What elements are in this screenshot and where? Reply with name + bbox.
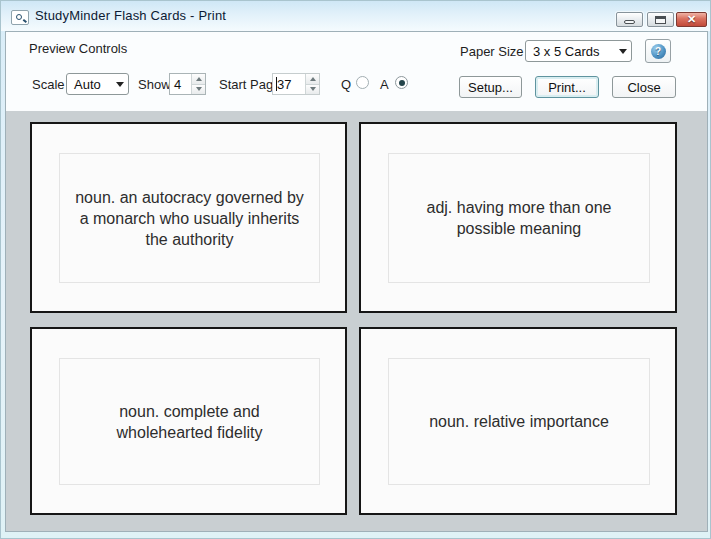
- scale-value: Auto: [74, 77, 112, 92]
- start-page-value: 37: [273, 74, 305, 94]
- spin-up-icon[interactable]: [306, 74, 319, 84]
- spin-down-icon[interactable]: [306, 84, 319, 95]
- minimize-icon: [624, 20, 635, 24]
- question-radio[interactable]: [356, 76, 369, 89]
- start-page-stepper[interactable]: 37: [272, 73, 320, 95]
- paper-size-dropdown[interactable]: 3 x 5 Cards: [525, 40, 632, 62]
- flash-card-text: noun. complete and wholehearted fidelity: [109, 401, 271, 443]
- flash-card: adj. having more than one possible meani…: [359, 122, 677, 313]
- close-button[interactable]: Close: [612, 76, 676, 98]
- help-icon: ?: [651, 44, 666, 59]
- dialog-content: Preview Controls Scale Auto Show 4 Start…: [5, 31, 708, 532]
- close-icon: ✕: [687, 14, 696, 25]
- preview-controls-panel: Preview Controls Scale Auto Show 4 Start…: [6, 32, 707, 111]
- chevron-down-icon: [116, 82, 124, 87]
- show-stepper[interactable]: 4: [169, 73, 206, 95]
- magnifier-icon: [11, 10, 29, 25]
- setup-button[interactable]: Setup...: [459, 76, 522, 98]
- answer-radio-label: A: [380, 77, 389, 92]
- spin-down-icon[interactable]: [192, 84, 205, 95]
- flash-card: noun. an autocracy governed by a monarch…: [30, 122, 347, 313]
- spin-up-icon[interactable]: [192, 74, 205, 84]
- print-preview-area: noun. an autocracy governed by a monarch…: [6, 111, 707, 531]
- minimize-button[interactable]: [616, 12, 643, 27]
- window-title: StudyMinder Flash Cards - Print: [35, 8, 226, 23]
- preview-controls-label: Preview Controls: [29, 41, 127, 56]
- flash-card-text: adj. having more than one possible meani…: [418, 197, 619, 239]
- flash-card: noun. complete and wholehearted fidelity: [30, 327, 347, 515]
- paper-size-label: Paper Size: [460, 44, 524, 59]
- show-value: 4: [170, 74, 191, 94]
- scale-label: Scale: [32, 77, 65, 92]
- title-bar: StudyMinder Flash Cards - Print ✕: [1, 1, 710, 31]
- app-window: StudyMinder Flash Cards - Print ✕ Previe…: [0, 0, 711, 539]
- flash-card-text: noun. relative importance: [421, 411, 617, 432]
- flash-card: noun. relative importance: [359, 327, 677, 515]
- paper-size-value: 3 x 5 Cards: [533, 44, 615, 59]
- scale-dropdown[interactable]: Auto: [66, 73, 129, 95]
- maximize-icon: [655, 16, 666, 24]
- answer-radio[interactable]: [395, 76, 408, 89]
- help-button[interactable]: ?: [645, 39, 671, 63]
- text-caret: [276, 77, 277, 91]
- close-window-button[interactable]: ✕: [676, 12, 707, 27]
- show-label: Show: [138, 77, 171, 92]
- flash-card-text: noun. an autocracy governed by a monarch…: [67, 187, 312, 250]
- maximize-button[interactable]: [647, 12, 674, 27]
- question-radio-label: Q: [341, 77, 351, 92]
- chevron-down-icon: [619, 49, 627, 54]
- print-button[interactable]: Print...: [535, 76, 599, 98]
